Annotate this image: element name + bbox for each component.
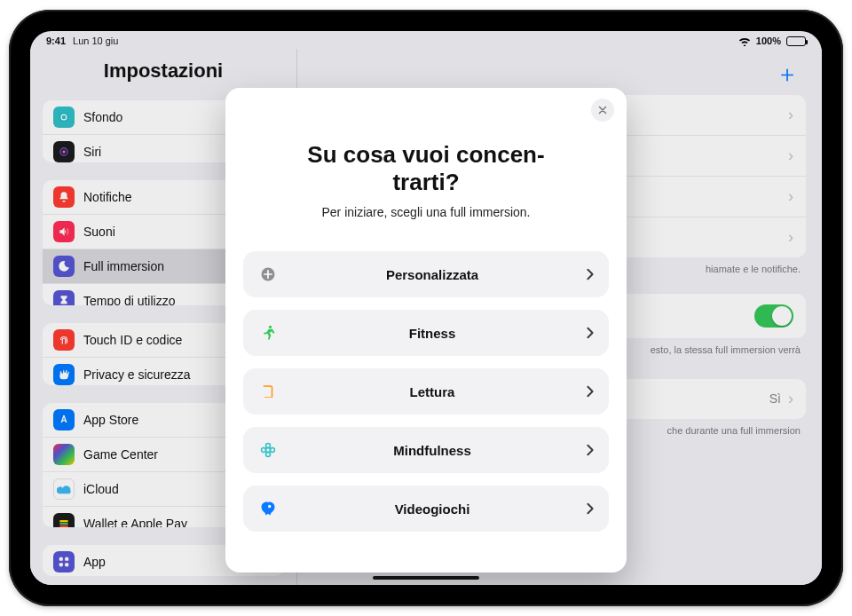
new-focus-sheet: Su cosa vuoi concen-trarti? Per iniziare… bbox=[225, 88, 627, 573]
svg-point-14 bbox=[266, 444, 271, 448]
focus-option-mindfulness[interactable]: Mindfulness bbox=[243, 427, 609, 473]
close-button[interactable] bbox=[591, 99, 614, 122]
focus-option-fitness[interactable]: Fitness bbox=[243, 310, 609, 356]
svg-point-17 bbox=[271, 448, 275, 453]
ipad-screen: 9:41 Lun 10 giu 100% Impostazioni bbox=[30, 31, 822, 585]
focus-option-label: Lettura bbox=[279, 384, 586, 399]
chevron-right-icon bbox=[586, 444, 595, 456]
chevron-right-icon bbox=[586, 268, 595, 280]
ipad-frame: 9:41 Lun 10 giu 100% Impostazioni bbox=[9, 10, 843, 606]
focus-option-personalizzata[interactable]: Personalizzata bbox=[243, 251, 609, 297]
chevron-right-icon bbox=[586, 327, 595, 339]
sheet-title: Su cosa vuoi concen-trarti? bbox=[241, 141, 611, 196]
book-icon bbox=[257, 383, 279, 399]
svg-point-16 bbox=[262, 448, 266, 453]
home-indicator[interactable] bbox=[373, 576, 479, 580]
plus-circle-icon bbox=[257, 265, 279, 283]
focus-option-videogiochi[interactable]: Videogiochi bbox=[243, 486, 609, 532]
svg-point-18 bbox=[268, 505, 271, 508]
running-icon bbox=[257, 324, 279, 342]
focus-option-label: Videogiochi bbox=[279, 501, 586, 517]
chevron-right-icon bbox=[586, 502, 595, 515]
svg-point-15 bbox=[266, 453, 271, 457]
focus-option-lettura[interactable]: Lettura bbox=[243, 368, 609, 415]
focus-option-label: Fitness bbox=[279, 326, 586, 341]
focus-option-label: Mindfulness bbox=[279, 443, 586, 458]
svg-point-12 bbox=[269, 326, 272, 328]
rocket-icon bbox=[257, 500, 279, 517]
chevron-right-icon bbox=[586, 385, 595, 398]
sheet-subtitle: Per iniziare, scegli una full immersion. bbox=[241, 205, 611, 219]
focus-option-label: Personalizzata bbox=[279, 267, 586, 282]
mindfulness-icon bbox=[257, 441, 279, 459]
